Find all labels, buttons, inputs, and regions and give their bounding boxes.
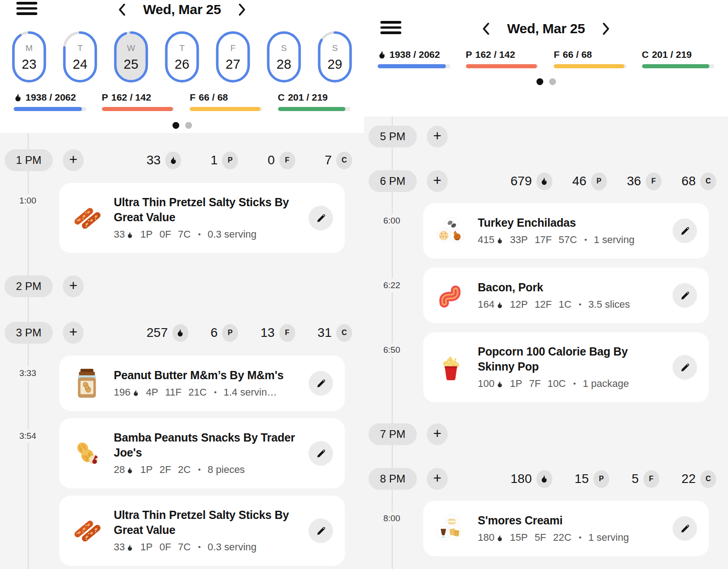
- macro-calories: 1938 / 2062: [14, 92, 86, 111]
- day-pill-24[interactable]: T 24: [63, 31, 97, 83]
- edit-food-button[interactable]: [308, 518, 333, 543]
- food-macro: 0F: [159, 228, 171, 241]
- chevron-left-icon[interactable]: [482, 23, 490, 35]
- edit-food-button[interactable]: [672, 516, 697, 541]
- day-pill-29[interactable]: S 29: [318, 31, 352, 83]
- week-strip: M 23 T 24 W 25 T 26 F 27: [0, 31, 364, 83]
- food-entry: 3:54 Bamba Peanuts Snacks By Trader Joe'…: [0, 418, 364, 488]
- food-serving: 0.3 serving: [207, 228, 257, 241]
- food-calories: 196: [114, 386, 131, 399]
- macro-chip-C: C: [336, 152, 352, 169]
- food-macro: 1P: [140, 463, 152, 477]
- food-macro: 57C: [559, 233, 577, 247]
- calories-chip: [165, 152, 181, 169]
- day-number: 25: [114, 57, 148, 72]
- add-food-button[interactable]: +: [427, 170, 448, 192]
- food-title: Peanut Butter M&m’s By M&m's: [114, 368, 298, 383]
- day-number: 26: [165, 57, 199, 72]
- macro-carbs: C201 / 219: [278, 92, 351, 111]
- menu-icon[interactable]: [380, 21, 401, 34]
- edit-food-button[interactable]: [672, 283, 697, 308]
- bullet-separator: •: [214, 386, 217, 399]
- pencil-icon: [315, 525, 327, 537]
- pretzel-sticks-icon: [71, 515, 103, 547]
- chevron-right-icon[interactable]: [602, 23, 610, 35]
- edit-food-button[interactable]: [308, 206, 333, 230]
- hour-totals: 33 1 P 0 F 7 C: [147, 152, 352, 169]
- day-pill-27[interactable]: F 27: [216, 31, 250, 83]
- food-subtitle: 33 1P0F7C• 0.3 serving: [114, 540, 298, 554]
- timeline: 1 PM + 33 1 P 0 F 7 C 1:00 Ultra Thin Pr…: [0, 133, 364, 569]
- flame-icon: [176, 329, 184, 337]
- food-serving: 1.4 servin…: [223, 386, 277, 399]
- flame-icon: [132, 389, 139, 397]
- macro-chip-C: C: [700, 470, 716, 488]
- food-card[interactable]: Peanut Butter M&m’s By M&m's 196 4P11F21…: [59, 356, 345, 411]
- food-subtitle: 415 33P17F57C• 1 serving: [478, 233, 662, 247]
- macro-value: 201 / 219: [288, 92, 328, 103]
- food-macro: 15P: [510, 531, 528, 544]
- day-pill-25[interactable]: W 25: [114, 31, 148, 83]
- macro-progress-bar: [190, 107, 263, 111]
- food-serving: 1 package: [583, 377, 629, 391]
- edit-food-button[interactable]: [672, 355, 697, 380]
- hour-total-P: 1 P: [211, 152, 238, 169]
- food-subtitle: 28 1P2F2C• 8 pieces: [114, 463, 298, 477]
- food-entry: 6:50 Popcorn 100 Calorie Bag By Skinny P…: [364, 332, 728, 402]
- calories-chip: [536, 470, 552, 488]
- food-macro: 2C: [178, 463, 191, 477]
- chevron-right-icon[interactable]: [238, 4, 246, 16]
- pager-dot: [185, 122, 192, 129]
- macro-protein: P162 / 142: [102, 92, 175, 111]
- day-pill-26[interactable]: T 26: [165, 31, 199, 83]
- add-food-button[interactable]: +: [427, 126, 448, 147]
- menu-icon[interactable]: [16, 2, 37, 15]
- hour-total-F: 36 F: [627, 173, 662, 190]
- edit-food-button[interactable]: [672, 218, 697, 243]
- add-food-button[interactable]: +: [63, 322, 84, 344]
- food-card[interactable]: Turkey Enchiladas 415 33P17F57C• 1 servi…: [423, 203, 709, 259]
- chevron-left-icon[interactable]: [118, 4, 126, 16]
- food-card[interactable]: S'mores Creami 180 15P5F22C• 1 serving: [423, 501, 709, 556]
- food-serving: 0.3 serving: [207, 540, 257, 554]
- bullet-separator: •: [579, 531, 581, 544]
- calories-chip: [536, 173, 552, 190]
- popcorn-icon: [435, 351, 467, 383]
- day-number: 23: [12, 57, 46, 72]
- food-card[interactable]: Popcorn 100 Calorie Bag By Skinny Pop 10…: [423, 332, 709, 402]
- hour-pill: 6 PM: [369, 170, 417, 192]
- add-food-button[interactable]: +: [63, 275, 84, 297]
- macro-carbs: C201 / 219: [642, 49, 715, 68]
- pager-dots: [0, 122, 364, 129]
- pager-dots: [364, 78, 728, 85]
- food-card[interactable]: Ultra Thin Pretzel Salty Sticks By Great…: [59, 183, 345, 253]
- edit-food-button[interactable]: [308, 441, 333, 466]
- add-food-button[interactable]: +: [427, 423, 448, 445]
- macro-calories: 1938 / 2062: [378, 49, 450, 68]
- peanut-butter-jar-icon: [71, 367, 103, 399]
- day-letter: S: [267, 43, 301, 53]
- day-pill-28[interactable]: S 28: [267, 31, 301, 83]
- edit-food-button[interactable]: [308, 371, 333, 396]
- food-card[interactable]: Ultra Thin Pretzel Salty Sticks By Great…: [59, 496, 345, 566]
- food-time: 3:33: [0, 366, 56, 380]
- day-pill-23[interactable]: M 23: [12, 31, 46, 83]
- food-calories: 415: [478, 233, 495, 247]
- food-macro: 17F: [535, 233, 552, 247]
- food-card[interactable]: Bacon, Pork 164 12P12F1C• 3.5 slices: [423, 268, 709, 323]
- macro-letter: P: [466, 49, 472, 60]
- macro-fat: F66 / 68: [190, 92, 263, 111]
- bullet-separator: •: [198, 463, 201, 477]
- flame-icon: [126, 231, 133, 239]
- food-subtitle: 180 15P5F22C• 1 serving: [478, 531, 662, 544]
- hour-row: 1 PM + 33 1 P 0 F 7 C: [0, 149, 364, 171]
- hour-total-calories: 679: [511, 173, 552, 190]
- hour-totals: 180 15 P 5 F 22 C: [511, 470, 716, 488]
- food-card[interactable]: Bamba Peanuts Snacks By Trader Joe's 28 …: [59, 418, 345, 488]
- add-food-button[interactable]: +: [63, 149, 84, 171]
- macro-progress-bar: [278, 107, 351, 111]
- hour-row: 6 PM + 679 46 P 36 F 68 C: [364, 170, 728, 192]
- food-macro: 2F: [159, 463, 171, 477]
- food-subtitle: 33 1P0F7C• 0.3 serving: [114, 228, 298, 241]
- add-food-button[interactable]: +: [427, 468, 448, 490]
